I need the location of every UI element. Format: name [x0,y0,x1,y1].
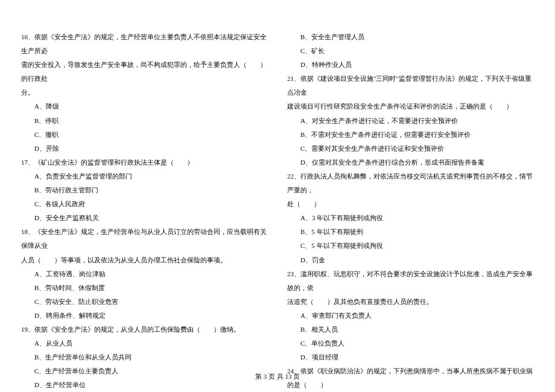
q17-option-c: C、各级人民政府 [21,197,268,211]
q16-option-a: A、降级 [21,100,268,113]
q21-option-c: C、需要对其安全生产条件进行论证和安全预评价 [287,142,534,156]
question-17: 17、《矿山安全法》的监督管理和行政执法主体是（ ） A、负责安全生产监督管理的… [21,156,268,225]
content-columns: 16、依据《安全生产法》的规定，生产经营单位主要负责人不依照本法规定保证安全生产… [21,30,534,362]
question-22: 22、行政执法人员徇私舞弊，对依法应当移交司法机关追究刑事责任的不移交，情节严重… [287,169,534,267]
q21-option-d: D、仅需对其安全生产条件进行综合分析，形成书面报告并备案 [287,156,534,169]
q21-option-b: B、不需对安全生产条件进行论证，但需要进行安全预评价 [287,128,534,142]
q23-line2: 法追究（ ）及其他负有直接责任人员的责任。 [287,295,534,309]
left-column: 16、依据《安全生产法》的规定，生产经营单位主要负责人不依照本法规定保证安全生产… [21,30,268,362]
q16-line1: 16、依据《安全生产法》的规定，生产经营单位主要负责人不依照本法规定保证安全生产… [21,30,268,58]
question-23: 23、滥用职权、玩忽职守，对不符合要求的安全设施设计予以批准，造成生产安全事故的… [287,267,534,365]
q21-line1: 21、依据《建设项目安全设施"三同时"监督管理暂行办法》的规定，下列关于省级重点… [287,72,534,100]
q17-line1: 17、《矿山安全法》的监督管理和行政执法主体是（ ） [21,156,268,169]
q16-option-c: C、撤职 [21,128,268,142]
q18-option-b: B、劳动时间、休假制度 [21,281,268,295]
q19-option-a: A、从业人员 [21,337,268,350]
q22-line1: 22、行政执法人员徇私舞弊，对依法应当移交司法机关追究刑事责任的不移交，情节严重… [287,169,534,197]
q22-option-c: C、5 年以下有期徒刑或拘役 [287,239,534,253]
q16-option-b: B、停职 [21,114,268,128]
q18-option-c: C、劳动安全、防止职业危害 [21,295,268,309]
question-20-continued: B、安全生产管理人员 C、矿长 D、特种作业人员 [287,30,534,72]
q16-line2: 需的安全投入，导致发生生产安全事故，尚不构成犯罪的，给予主要负责人（ ）的行政处 [21,58,268,86]
question-18: 18、《安全生产法》规定，生产经营单位与从业人员订立的劳动合同，应当载明有关保障… [21,225,268,323]
q17-option-a: A、负责安全生产监督管理的部门 [21,169,268,183]
q18-line2: 人员（ ）等事项，以及依法为从业人员办理工伤社会保险的事项。 [21,253,268,267]
question-16: 16、依据《安全生产法》的规定，生产经营单位主要负责人不依照本法规定保证安全生产… [21,30,268,156]
q20-option-c: C、矿长 [287,44,534,58]
q18-line1: 18、《安全生产法》规定，生产经营单位与从业人员订立的劳动合同，应当载明有关保障… [21,225,268,253]
question-19: 19、依据《安全生产法》的规定，从业人员的工伤保险费由（ ）缴纳。 A、从业人员… [21,323,268,392]
q17-option-b: B、劳动行政主管部门 [21,183,268,197]
q23-option-b: B、相关人员 [287,323,534,337]
q23-line1: 23、滥用职权、玩忽职守，对不符合要求的安全设施设计予以批准，造成生产安全事故的… [287,267,534,295]
page-footer: 第 3 页 共 13 页 [0,372,555,381]
q20-option-d: D、特种作业人员 [287,58,534,72]
q23-option-c: C、单位负责人 [287,337,534,350]
q22-option-b: B、5 年以下有期徒刑 [287,225,534,239]
q22-line2: 处（ ） [287,197,534,211]
right-column: B、安全生产管理人员 C、矿长 D、特种作业人员 21、依据《建设项目安全设施"… [287,30,534,362]
q17-option-d: D、安全生产监察机关 [21,211,268,225]
q16-option-d: D、开除 [21,142,268,156]
q22-option-a: A、3 年以下有期徒刑或拘役 [287,211,534,225]
q23-option-d: D、项目经理 [287,350,534,364]
question-21: 21、依据《建设项目安全设施"三同时"监督管理暂行办法》的规定，下列关于省级重点… [287,72,534,169]
q18-option-a: A、工资待遇、岗位津贴 [21,267,268,281]
q22-option-d: D、罚金 [287,253,534,267]
q16-line3: 分。 [21,86,268,100]
q21-option-a: A、对安全生产条件进行论证，不需要进行安全预评价 [287,114,534,128]
q19-line1: 19、依据《安全生产法》的规定，从业人员的工伤保险费由（ ）缴纳。 [21,323,268,337]
q20-option-b: B、安全生产管理人员 [287,30,534,44]
q21-line2: 建设项目可行性研究阶段安全生产条件论证和评价的说法，正确的是（ ） [287,100,534,113]
q19-option-b: B、生产经营单位和从业人员共同 [21,350,268,364]
q23-option-a: A、审查部门有关负责人 [287,309,534,323]
q18-option-d: D、聘用条件、解聘规定 [21,309,268,323]
